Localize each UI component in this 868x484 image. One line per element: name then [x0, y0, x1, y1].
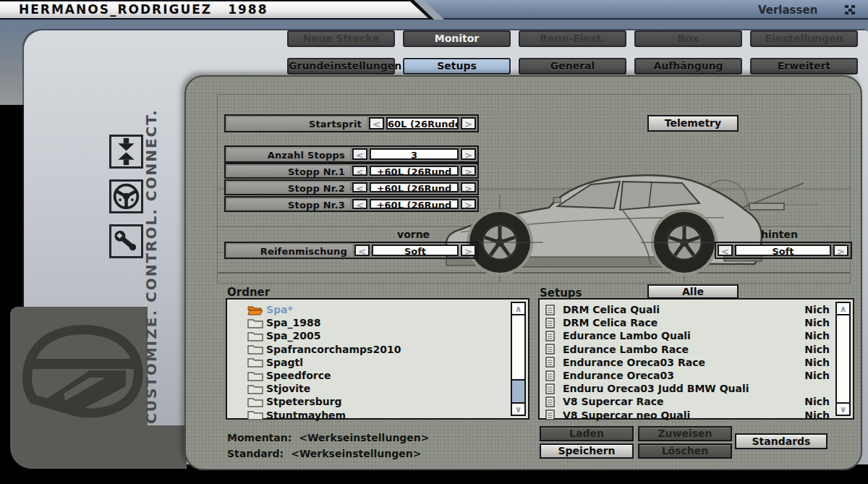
- folder-icon: [247, 344, 266, 354]
- setup-item[interactable]: DRM Celica Quali Nich: [544, 303, 833, 316]
- folder-item[interactable]: Spa_2005: [231, 329, 508, 342]
- setups-panel: Startsprit < 60L (26Runden > Telemetry A…: [184, 75, 862, 470]
- telemetry-button[interactable]: Telemetry: [647, 115, 739, 132]
- default-setup-label: Standard:: [227, 448, 284, 459]
- tab-aufhaengung[interactable]: Aufhängung: [634, 58, 742, 75]
- setup-file-icon: [545, 344, 563, 354]
- close-icon[interactable]: [845, 5, 855, 14]
- stopp2-spinner: Stopp Nr.2 < +60L (26Rund >: [224, 179, 479, 195]
- setup-item[interactable]: Edurance Lambo Quali Nich: [544, 329, 833, 342]
- tab-renn-einst[interactable]: Renn-Einst.: [519, 30, 626, 47]
- loeschen-button[interactable]: Löschen: [638, 443, 732, 459]
- folder-item[interactable]: Spafrancorchamps2010: [231, 343, 508, 356]
- scroll-up-button[interactable]: ∧: [837, 303, 849, 315]
- stopp2-increase-button[interactable]: >: [461, 182, 476, 192]
- steering-wheel-icon[interactable]: [109, 179, 143, 213]
- setup-file-icon: [545, 305, 563, 315]
- tyre-rear-spinner: < Soft >: [715, 242, 852, 259]
- scroll-down-button[interactable]: ∨: [837, 402, 849, 415]
- folder-icon: [247, 318, 266, 328]
- anzahl-stopps-decrease-button[interactable]: <: [352, 148, 367, 160]
- anzahl-stopps-increase-button[interactable]: >: [461, 148, 476, 160]
- zuweisen-button[interactable]: Zuweisen: [638, 426, 732, 441]
- setup-status: Nich: [804, 409, 830, 421]
- tab-grundeinstellungen[interactable]: Grundeinstellungen: [287, 58, 395, 75]
- default-setup-line: Standard:<Werkseinstellungen>: [227, 448, 421, 459]
- tyre-front-spinner: Reifenmischung < Soft >: [224, 242, 479, 259]
- stopp3-value: +60L (26Rund: [370, 199, 459, 209]
- setup-item[interactable]: DRM Celica Race Nich: [544, 316, 833, 329]
- folder-item[interactable]: Spa_1988: [231, 316, 508, 329]
- setups-scrollbar[interactable]: ∧ ∨: [835, 302, 851, 416]
- tab-einstellungen[interactable]: Einstellungen: [750, 30, 858, 47]
- folder-item[interactable]: Stpetersburg: [231, 395, 508, 408]
- tab-setups[interactable]: Setups: [403, 58, 511, 75]
- setup-item[interactable]: Enduru Oreca03 Judd BMW Quali: [544, 382, 833, 395]
- folder-icon: [247, 370, 266, 381]
- front-tyre-caption: vorne: [397, 229, 430, 240]
- tab-neue-strecke[interactable]: Neue Strecke: [287, 30, 395, 47]
- speichern-button[interactable]: Speichern: [540, 443, 634, 459]
- open-folder-icon: [247, 305, 266, 315]
- setup-status: Nich: [804, 304, 830, 315]
- setup-file-icon: [545, 331, 563, 341]
- tyre-rear-next-button[interactable]: >: [833, 245, 848, 256]
- brand-r-logo: [19, 318, 148, 427]
- startsprit-label: Startsprit: [227, 117, 367, 130]
- stopp1-increase-button[interactable]: >: [461, 166, 476, 176]
- folder-item[interactable]: Stjovite: [231, 382, 508, 395]
- tyre-front-next-button[interactable]: >: [461, 245, 476, 256]
- folder-item[interactable]: Stuntmayhem: [231, 409, 508, 422]
- folder-item[interactable]: Spa*: [231, 303, 508, 316]
- startsprit-increase-button[interactable]: >: [461, 117, 476, 130]
- laden-button[interactable]: Laden: [540, 426, 634, 441]
- screen: HERMANOS_RODRIGUEZ1988 Verlassen Neue St…: [0, 0, 868, 484]
- current-setup-line: Momentan:<Werkseinstellungen>: [227, 432, 430, 443]
- tab-general[interactable]: General: [519, 58, 626, 75]
- tyre-front-prev-button[interactable]: <: [354, 245, 370, 256]
- setup-status: Nich: [804, 344, 830, 355]
- track-year: 1988: [228, 2, 268, 17]
- wrench-icon[interactable]: [109, 224, 143, 258]
- compress-arrows-icon[interactable]: [109, 135, 143, 169]
- setup-item[interactable]: Endurance Oreca03 Race Nich: [544, 356, 833, 369]
- tab-box[interactable]: Box: [634, 30, 742, 47]
- exit-button[interactable]: Verlassen: [758, 4, 817, 17]
- tab-monitor[interactable]: Monitor: [403, 30, 511, 47]
- folder-icon: [247, 357, 266, 368]
- stopp2-decrease-button[interactable]: <: [352, 182, 367, 192]
- setup-file-icon: [545, 396, 563, 407]
- stopp3-decrease-button[interactable]: <: [352, 199, 367, 209]
- folder-item[interactable]: Speedforce: [231, 369, 508, 382]
- tyre-rear-prev-button[interactable]: <: [718, 245, 733, 256]
- folder-icon: [247, 331, 266, 341]
- alle-button[interactable]: Alle: [647, 284, 739, 299]
- folders-scrollbar[interactable]: ∧ ∨: [511, 302, 526, 416]
- stopp2-value: +60L (26Rund: [370, 182, 459, 192]
- scroll-up-button[interactable]: ∧: [512, 303, 524, 315]
- setup-item[interactable]: V8 Supercar Race Nich: [544, 395, 833, 408]
- setup-file-icon: [545, 370, 563, 381]
- setup-item[interactable]: Endurance Oreca03 Nich: [544, 369, 833, 382]
- folder-icon: [247, 383, 266, 394]
- folder-icon: [247, 396, 266, 407]
- setup-status: Nich: [804, 317, 830, 328]
- setup-item[interactable]: V8 Supercar neo Quali Nich: [544, 409, 833, 422]
- setup-item[interactable]: Edurance Lambo Race Nich: [544, 343, 833, 356]
- stopp3-spinner: Stopp Nr.3 < +60L (26Rund >: [224, 196, 479, 212]
- anzahl-stopps-value: 3: [370, 148, 459, 160]
- standards-button[interactable]: Standards: [735, 433, 827, 449]
- tab-erweitert[interactable]: Erweitert: [750, 58, 858, 75]
- startsprit-value: 60L (26Runden: [386, 117, 459, 130]
- stopp1-value: +60L (26Rund: [370, 166, 459, 176]
- stopp1-decrease-button[interactable]: <: [352, 166, 367, 176]
- folder-item[interactable]: Spagtl: [231, 356, 508, 369]
- stopp3-increase-button[interactable]: >: [461, 199, 476, 209]
- folders-list: Spa* Spa_1988 Spa_2005 Spafrancorchamps2…: [226, 298, 529, 420]
- scroll-down-button[interactable]: ∨: [512, 402, 524, 415]
- startsprit-decrease-button[interactable]: <: [369, 117, 384, 130]
- stopp3-label: Stopp Nr.3: [227, 199, 350, 209]
- anzahl-stopps-spinner: Anzahl Stopps < 3 >: [224, 145, 479, 163]
- setup-status: Nich: [804, 396, 830, 407]
- page-title: HERMANOS_RODRIGUEZ1988: [19, 2, 268, 17]
